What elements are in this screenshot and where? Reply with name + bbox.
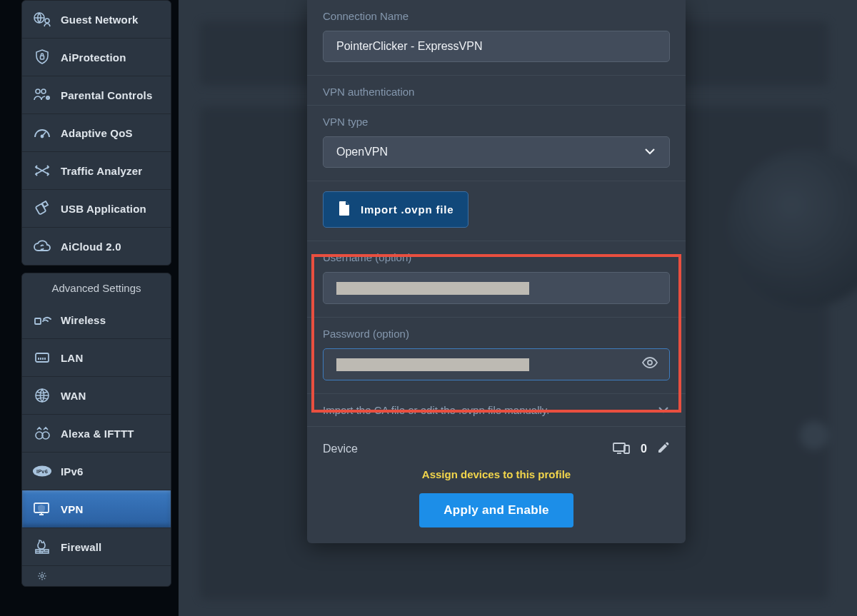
sidebar-item-label: WAN <box>61 390 86 402</box>
advanced-settings-title: Advanced Settings <box>22 273 171 301</box>
ethernet-icon <box>32 349 52 366</box>
svg-rect-6 <box>47 97 49 99</box>
sidebar-item-label: AiCloud 2.0 <box>61 241 121 253</box>
sidebar-item-label: Parental Controls <box>61 89 152 101</box>
sidebar-general-panel: Guest Network AiProtection Parental Cont… <box>21 0 171 266</box>
svg-point-20 <box>648 360 652 365</box>
sidebar-item-aicloud[interactable]: AiCloud 2.0 <box>22 228 171 265</box>
password-input[interactable] <box>323 348 670 380</box>
svg-text:IPv6: IPv6 <box>36 468 48 475</box>
vpn-type-value: OpenVPN <box>336 146 388 158</box>
device-count-value: 0 <box>641 443 647 455</box>
svg-point-1 <box>45 19 49 23</box>
sidebar-item-label: IPv6 <box>61 465 84 478</box>
globe-people-icon <box>32 11 52 28</box>
crossed-arrows-icon <box>32 162 52 179</box>
sidebar-item-adaptive-qos[interactable]: Adaptive QoS <box>22 114 171 152</box>
svg-rect-2 <box>41 56 44 59</box>
sidebar-item-vpn[interactable]: VPN <box>22 490 171 528</box>
sidebar-item-firewall[interactable]: Firewall <box>22 528 171 566</box>
file-icon <box>338 201 351 218</box>
wifi-icon <box>32 311 52 328</box>
chevron-down-icon <box>657 404 670 416</box>
sidebar-item-label: VPN <box>61 503 83 515</box>
svg-point-19 <box>41 575 44 577</box>
globe-grid-icon <box>32 387 52 404</box>
sidebar-item-label: Alexa & IFTTT <box>61 428 134 440</box>
sidebar-item-label: Wireless <box>61 314 106 326</box>
sidebar-item-usb-app[interactable]: USB Application <box>22 190 171 228</box>
sidebar-item-wan[interactable]: WAN <box>22 377 171 415</box>
gear-icon <box>32 567 52 585</box>
username-block: Username (option) <box>307 241 686 318</box>
svg-rect-8 <box>36 203 46 214</box>
monitor-shield-icon <box>32 500 52 517</box>
password-label: Password (option) <box>323 328 670 340</box>
import-ovpn-label: Import .ovpn file <box>361 203 453 216</box>
cloud-sync-icon <box>32 238 52 255</box>
auth-section-label: VPN authentication <box>323 86 670 98</box>
device-label: Device <box>323 443 358 455</box>
people-lock-icon <box>32 86 52 103</box>
sidebar-item-label: Traffic Analyzer <box>61 165 142 177</box>
sidebar-item-guest-network[interactable]: Guest Network <box>22 1 171 39</box>
sidebar-item-label: Adaptive QoS <box>61 127 133 139</box>
password-block: Password (option) <box>307 318 686 394</box>
flame-wall-icon <box>32 538 52 555</box>
auth-section-header: VPN authentication <box>307 76 686 106</box>
sidebar-item-aiprotection[interactable]: AiProtection <box>22 39 171 76</box>
sidebar-item-traffic[interactable]: Traffic Analyzer <box>22 152 171 190</box>
svg-rect-10 <box>35 318 41 324</box>
sidebar-item-wireless[interactable]: Wireless <box>22 301 171 339</box>
username-input[interactable] <box>323 272 670 304</box>
import-ovpn-button[interactable]: Import .ovpn file <box>323 191 468 228</box>
sidebar-item-more[interactable] <box>22 566 171 586</box>
vpn-type-block: VPN type OpenVPN <box>307 106 686 181</box>
vpn-profile-dialog: Connection Name VPN authentication VPN t… <box>307 0 686 543</box>
sidebar-item-ipv6[interactable]: IPv6 IPv6 <box>22 453 171 490</box>
manual-edit-text: Import the CA file or edit the .ovpn fil… <box>323 404 549 416</box>
connection-name-block: Connection Name <box>307 0 686 76</box>
svg-rect-21 <box>613 443 625 451</box>
connection-name-label: Connection Name <box>323 10 670 22</box>
sidebar-item-label: AiProtection <box>61 51 126 64</box>
sidebar-item-lan[interactable]: LAN <box>22 339 171 377</box>
apply-and-enable-button[interactable]: Apply and Enable <box>419 493 573 527</box>
svg-point-3 <box>36 89 40 94</box>
sidebar-item-label: Firewall <box>61 541 101 553</box>
main-content: Connection Name VPN authentication VPN t… <box>179 0 857 616</box>
gauge-icon <box>32 124 52 141</box>
connection-name-input[interactable] <box>323 31 670 62</box>
svg-point-7 <box>41 136 44 138</box>
alexa-icon <box>32 425 52 442</box>
username-label: Username (option) <box>323 251 670 263</box>
sidebar-item-alexa[interactable]: Alexa & IFTTT <box>22 415 171 453</box>
import-block: Import .ovpn file <box>307 181 686 241</box>
usb-icon <box>32 200 52 217</box>
shield-lock-icon <box>32 49 52 66</box>
edit-devices-icon[interactable] <box>657 441 670 457</box>
manual-edit-row[interactable]: Import the CA file or edit the .ovpn fil… <box>307 394 686 427</box>
vpn-type-select[interactable]: OpenVPN <box>323 136 670 168</box>
sidebar-item-parental[interactable]: Parental Controls <box>22 76 171 114</box>
svg-rect-11 <box>36 353 49 362</box>
devices-icon <box>612 441 631 457</box>
toggle-password-visibility-icon[interactable] <box>641 356 658 372</box>
sidebar-item-label: LAN <box>61 352 83 364</box>
chevron-down-icon <box>643 146 656 158</box>
ipv6-badge-icon: IPv6 <box>32 463 52 480</box>
vpn-type-label: VPN type <box>323 116 670 128</box>
svg-point-4 <box>41 89 46 94</box>
sidebar-item-label: Guest Network <box>61 14 138 26</box>
assign-devices-link[interactable]: Assign devices to this profile <box>307 463 686 493</box>
device-row: Device 0 <box>307 427 686 463</box>
sidebar-advanced-panel: Advanced Settings Wireless LAN WAN <box>21 273 171 587</box>
sidebar-item-label: USB Application <box>61 203 146 215</box>
